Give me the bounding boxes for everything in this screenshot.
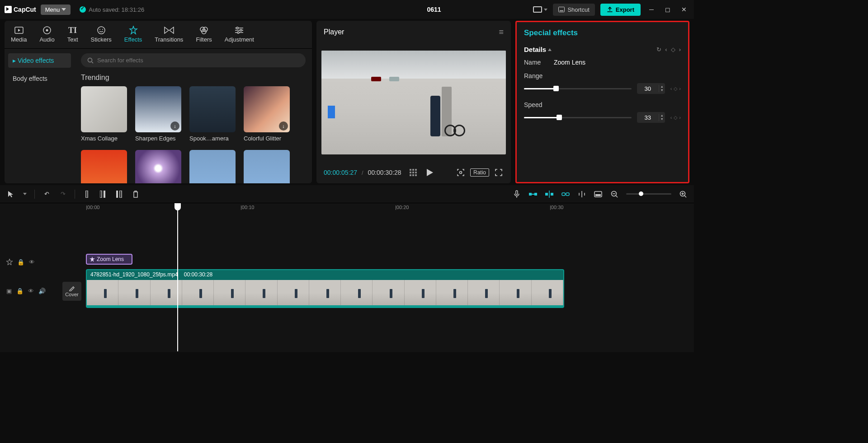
mic-record-icon[interactable] bbox=[512, 190, 521, 199]
linkage-icon[interactable] bbox=[561, 190, 570, 199]
reset-icon[interactable]: ↻ bbox=[656, 46, 661, 53]
prev-keyframe-icon[interactable]: ‹ bbox=[670, 86, 672, 92]
visibility-icon[interactable]: 👁 bbox=[29, 259, 35, 266]
video-track[interactable]: 4782851-hd_1920_1080_25fps.mp4 00:00:30:… bbox=[62, 269, 694, 308]
mute-icon[interactable]: 🔊 bbox=[38, 288, 46, 294]
stepper-icon[interactable]: ▲▼ bbox=[659, 85, 665, 92]
tab-filters[interactable]: Filters bbox=[189, 21, 218, 48]
lock-icon[interactable]: 🔒 bbox=[16, 288, 24, 294]
preview-shape bbox=[430, 96, 440, 136]
slider-thumb[interactable] bbox=[557, 115, 562, 120]
effect-card[interactable] bbox=[189, 150, 236, 183]
top-bar: CapCut Menu Auto saved: 18:31:26 0611 Sh… bbox=[0, 0, 694, 19]
download-icon[interactable]: ↓ bbox=[279, 121, 288, 131]
speed-value-box[interactable]: 33 ▲▼ bbox=[637, 112, 665, 123]
visibility-icon[interactable]: 👁 bbox=[28, 288, 34, 294]
slider-thumb[interactable] bbox=[553, 86, 559, 91]
preview-axis-icon[interactable] bbox=[577, 190, 586, 199]
effect-card[interactable] bbox=[81, 150, 127, 183]
tab-media[interactable]: Media bbox=[5, 21, 33, 48]
playhead[interactable] bbox=[177, 203, 178, 351]
effect-card[interactable]: ↓ Colorful Glitter bbox=[244, 86, 290, 142]
keyframe-icon[interactable]: ◇ bbox=[671, 46, 675, 53]
shortcut-button[interactable]: Shortcut bbox=[553, 4, 594, 16]
delete-tool[interactable] bbox=[131, 190, 140, 199]
minimize-button[interactable]: ─ bbox=[646, 4, 657, 15]
download-icon[interactable]: ↓ bbox=[170, 121, 179, 131]
slider-thumb[interactable] bbox=[639, 191, 643, 196]
sidebar-item-body-effects[interactable]: Body effects bbox=[8, 71, 71, 86]
close-button[interactable]: ✕ bbox=[679, 4, 689, 15]
zoom-in-icon[interactable] bbox=[679, 190, 688, 199]
player-canvas[interactable] bbox=[316, 43, 511, 162]
effects-main: Trending Xmas Collage ↓ Sharpen Edges Sp… bbox=[75, 49, 312, 183]
crop-icon[interactable] bbox=[456, 168, 466, 177]
stepper-icon[interactable]: ▲▼ bbox=[659, 114, 665, 121]
tab-stickers[interactable]: Stickers bbox=[85, 21, 118, 48]
capcut-logo-icon bbox=[5, 6, 12, 13]
redo-button[interactable]: ↷ bbox=[58, 190, 67, 199]
next-keyframe-icon[interactable]: › bbox=[679, 86, 681, 92]
check-circle-icon bbox=[80, 6, 86, 13]
export-button[interactable]: Export bbox=[600, 4, 641, 16]
next-keyframe-icon[interactable]: › bbox=[679, 115, 681, 121]
effect-card[interactable]: ↓ Sharpen Edges bbox=[135, 86, 181, 142]
prev-keyframe-icon[interactable]: ‹ bbox=[665, 46, 667, 53]
lock-icon[interactable]: 🔒 bbox=[17, 259, 24, 266]
tab-effects[interactable]: Effects bbox=[118, 21, 149, 48]
preview-render-icon[interactable] bbox=[594, 190, 603, 199]
aspect-ratio-dropdown[interactable] bbox=[533, 6, 547, 13]
timeline-main[interactable]: |00:00 |00:10 |00:20 |00:30 Zoom Lens 47… bbox=[62, 203, 694, 351]
project-title: 0611 bbox=[427, 6, 441, 13]
search-box[interactable] bbox=[81, 53, 306, 67]
tab-text[interactable]: TI Text bbox=[61, 21, 85, 48]
clip-thumb bbox=[468, 280, 500, 305]
video-clip[interactable]: 4782851-hd_1920_1080_25fps.mp4 00:00:30:… bbox=[86, 269, 564, 308]
effect-card[interactable] bbox=[135, 150, 181, 183]
keyframe-icon[interactable]: ◇ bbox=[674, 115, 677, 121]
magnet-main-icon[interactable] bbox=[528, 190, 538, 199]
tab-transitions[interactable]: Transitions bbox=[148, 21, 189, 48]
trim-right-tool[interactable] bbox=[115, 190, 124, 199]
trim-left-tool[interactable] bbox=[99, 190, 108, 199]
player-menu-icon[interactable]: ≡ bbox=[499, 28, 504, 37]
timeline-ruler[interactable]: |00:00 |00:10 |00:20 |00:30 bbox=[62, 203, 694, 213]
preview-frame bbox=[321, 51, 506, 154]
collapse-track-icon[interactable]: ▣ bbox=[6, 288, 12, 294]
range-slider[interactable] bbox=[524, 88, 632, 89]
fx-track[interactable]: Zoom Lens bbox=[62, 254, 694, 266]
keyframe-icon[interactable]: ◇ bbox=[674, 86, 677, 92]
effect-card[interactable]: Spook…amera bbox=[189, 86, 236, 142]
ratio-button[interactable]: Ratio bbox=[470, 168, 489, 177]
effect-card[interactable]: Xmas Collage bbox=[81, 86, 127, 142]
pointer-dropdown-icon[interactable] bbox=[23, 190, 27, 199]
search-input[interactable] bbox=[97, 57, 299, 64]
fx-clip[interactable]: Zoom Lens bbox=[86, 254, 132, 265]
sidebar-item-video-effects[interactable]: ▸ Video effects bbox=[8, 53, 71, 68]
speed-slider[interactable] bbox=[524, 117, 632, 118]
effects-icon bbox=[128, 25, 138, 35]
auto-snap-icon[interactable] bbox=[545, 190, 554, 199]
svg-point-11 bbox=[236, 27, 238, 29]
next-keyframe-icon[interactable]: › bbox=[679, 46, 681, 53]
menu-button[interactable]: Menu bbox=[41, 5, 71, 15]
collapse-icon[interactable] bbox=[548, 48, 552, 51]
tab-adjustment[interactable]: Adjustment bbox=[218, 21, 260, 48]
grid-layout-icon[interactable] bbox=[410, 169, 417, 176]
svg-point-6 bbox=[99, 29, 100, 30]
maximize-button[interactable]: ◻ bbox=[662, 4, 673, 15]
range-value-box[interactable]: 30 ▲▼ bbox=[637, 83, 665, 94]
pointer-tool[interactable] bbox=[6, 190, 15, 199]
prev-keyframe-icon[interactable]: ‹ bbox=[670, 115, 672, 121]
effects-track-icon[interactable] bbox=[6, 259, 13, 266]
tab-audio[interactable]: Audio bbox=[33, 21, 61, 48]
zoom-out-icon[interactable] bbox=[610, 190, 619, 199]
zoom-slider[interactable] bbox=[626, 193, 671, 195]
split-tool[interactable] bbox=[82, 190, 91, 199]
undo-button[interactable]: ↶ bbox=[42, 190, 51, 199]
fullscreen-icon[interactable] bbox=[494, 168, 504, 177]
middle-row: Media Audio TI Text Stickers Effects Tra… bbox=[0, 19, 694, 185]
play-button[interactable] bbox=[425, 168, 435, 177]
effect-card[interactable] bbox=[244, 150, 290, 183]
timeline-area: ↶ ↷ 🔒 👁 ▣ 🔒 bbox=[0, 185, 694, 352]
